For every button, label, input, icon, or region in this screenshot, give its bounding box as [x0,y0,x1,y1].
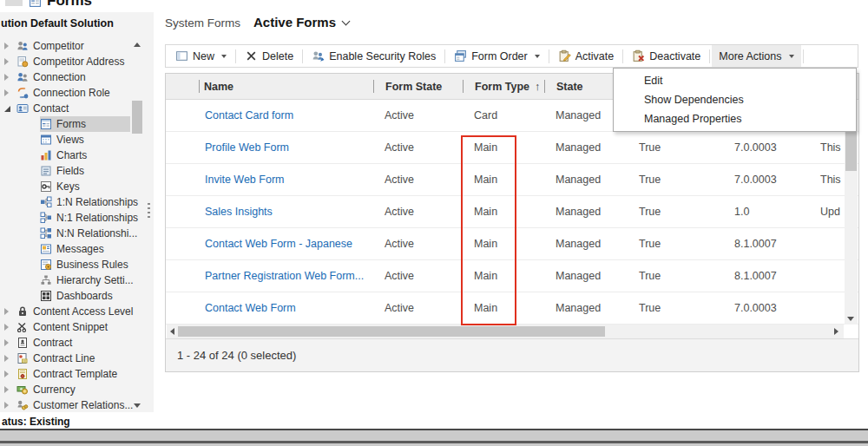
tree-expand-arrow-icon[interactable] [4,355,16,362]
chevron-down-icon [342,17,351,26]
entity-label: System Forms [165,16,240,30]
scroll-down-icon[interactable] [847,317,854,321]
contract-line-icon [16,352,30,364]
new-button[interactable]: New [168,45,233,67]
toolbar-separator [803,49,804,63]
cell-form-state: Active [373,109,463,121]
cell-customizable: True [628,206,723,218]
security-roles-icon [312,49,325,62]
tree-item-competitor[interactable]: Competitor [4,38,130,54]
tree-expand-arrow-icon[interactable] [4,308,16,315]
tree-item-connection-role[interactable]: Connection Role [4,85,130,101]
menu-item-edit[interactable]: Edit [614,71,856,90]
scroll-up-icon[interactable] [134,43,141,47]
view-selector[interactable]: Active Forms [253,15,349,30]
deactivate-icon [632,49,645,62]
tree-scrollbar-thumb[interactable] [132,101,142,134]
tree-item-n-n-relationshi[interactable]: N:N Relationshi... [40,226,130,241]
tree-expand-arrow-icon[interactable] [4,402,16,409]
cell-customizable: True [628,302,723,314]
tree-item-views[interactable]: Views [40,132,130,148]
tree-expand-arrow-icon[interactable] [4,43,16,49]
menu-item-show-dependencies[interactable]: Show Dependencies [614,90,856,109]
scroll-left-icon[interactable] [170,328,174,335]
toolbar-button-label: Enable Security Roles [329,50,436,62]
tree-expand-arrow-icon[interactable] [4,324,16,331]
more-actions-button[interactable]: More Actions [712,45,800,67]
tree-item-content-snippet[interactable]: Content Snippet [4,319,130,335]
app-window: Forms ution Default Solution CompetitorC… [0,0,868,446]
toolbar-button-label: Deactivate [649,50,700,62]
cell-form-state: Active [373,302,463,314]
form-name-link[interactable]: Contact Web Form - Japanese [205,238,352,250]
enable-security-roles-button[interactable]: Enable Security Roles [305,45,443,67]
tree-item-label: Views [56,134,84,146]
horizontal-scrollbar-thumb[interactable] [178,326,605,337]
form-name-link[interactable]: Profile Web Form [205,141,289,154]
tree-item-messages[interactable]: Messages [40,241,130,257]
tree-expand-arrow-icon[interactable] [4,58,16,65]
column-header-form-state[interactable]: Form State [374,74,463,99]
tree-item-dashboards[interactable]: Dashboards [40,288,130,304]
form-order-button[interactable]: Form Order [447,45,547,67]
tree-item-contract-line[interactable]: Contract Line [4,351,130,366]
tree-item-label: Forms [56,118,86,130]
tree-item-n-1-relationships[interactable]: N:1 Relationships [40,210,130,226]
menu-item-managed-properties[interactable]: Managed Properties [614,109,856,128]
tree-expand-arrow-icon[interactable] [4,339,16,346]
tree-expand-arrow-icon[interactable] [4,386,16,393]
activate-button[interactable]: Activate [551,45,621,67]
column-header-form-type[interactable]: Form Type↑ [464,74,544,99]
panel-splitter-handle[interactable] [148,203,150,220]
scroll-right-icon[interactable] [834,328,838,335]
horizontal-scrollbar[interactable] [167,325,844,338]
tree-item-forms[interactable]: Forms [40,116,130,132]
tree-scrollbar[interactable] [131,38,143,412]
tree-item-contact[interactable]: Contact [4,101,130,116]
tree-item-label: Fields [56,165,84,177]
form-name-link[interactable]: Contact Card form [205,109,293,121]
toolbar-button-label: More Actions [719,50,781,62]
tree-expand-arrow-icon[interactable] [4,74,16,81]
tree-item-keys[interactable]: Keys [40,179,130,194]
dashboards-icon [40,290,53,302]
tree-item-contract-template[interactable]: Contract Template [4,366,130,382]
form-name-link[interactable]: Partner Registration Web Form... [205,270,364,282]
business-rules-icon [40,259,53,271]
tree-collapse-arrow-icon[interactable] [4,106,16,112]
toolbar-separator [709,49,710,63]
form-name-link[interactable]: Contact Web Form [205,302,296,314]
tree-expand-arrow-icon[interactable] [4,89,16,96]
tree-item-competitor-address[interactable]: Competitor Address [4,54,130,69]
view-title: System Forms Active Forms [165,15,349,30]
tree-item-contract[interactable]: Contract [4,335,130,351]
tree-item-connection[interactable]: Connection [4,69,130,85]
sidebar: ution Default Solution CompetitorCompeti… [0,12,154,412]
customer-relationship-icon [16,399,30,411]
tree-item-hierarchy-setti[interactable]: Hierarchy Setti... [40,272,130,288]
tree-item-label: Contact [33,102,69,115]
tree-item-fields[interactable]: Fields [40,163,130,179]
vertical-scrollbar[interactable] [845,100,858,325]
tree-item-label: Competitor [33,40,84,52]
select-all-column-header[interactable] [166,74,199,99]
tree-item-label: Connection [33,71,86,83]
column-header-name[interactable]: Name [200,74,373,99]
tree-item-1-n-relationships[interactable]: 1:N Relationships [40,194,130,210]
tree-item-customer-relations[interactable]: Customer Relations... [4,397,130,413]
scroll-down-icon[interactable] [134,403,141,408]
delete-button[interactable]: Delete [238,45,300,67]
tree-expand-arrow-icon[interactable] [4,371,16,377]
tree-item-label: Messages [56,243,104,255]
tree-item-content-access-level[interactable]: Content Access Level [4,304,130,319]
tree-item-label: N:1 Relationships [56,212,138,224]
form-name-link[interactable]: Invite Web Form [205,174,284,186]
tree-item-business-rules[interactable]: Business Rules [40,257,130,272]
cell-version: 8.1.0007 [723,238,810,250]
vertical-scrollbar-thumb[interactable] [845,131,857,171]
form-name-link[interactable]: Sales Insights [205,206,273,218]
tree-item-currency[interactable]: Currency [4,382,130,397]
tree-item-label: Contract Template [33,368,117,380]
deactivate-button[interactable]: Deactivate [625,45,707,67]
tree-item-charts[interactable]: Charts [40,148,130,163]
